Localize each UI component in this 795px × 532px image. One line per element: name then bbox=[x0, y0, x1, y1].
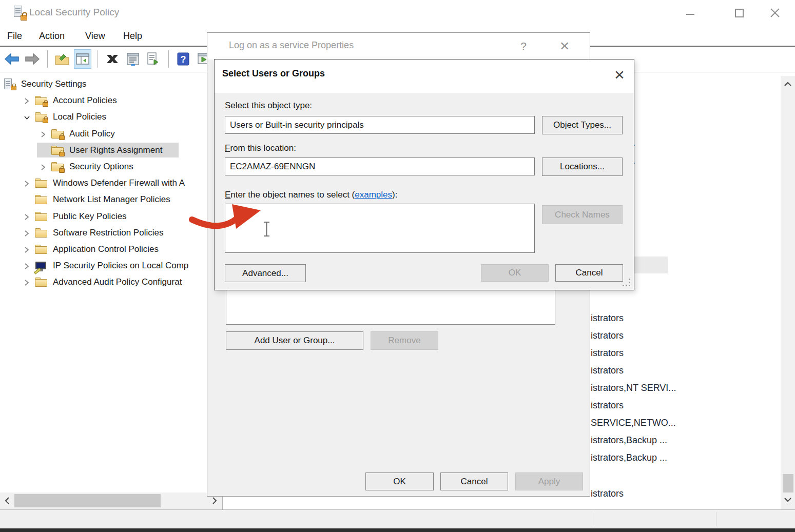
list-item[interactable]: istrators bbox=[591, 363, 624, 378]
tree-item-security-options[interactable]: Security Options bbox=[0, 159, 222, 175]
tree-item-advanced-audit-policy-configurat[interactable]: Advanced Audit Policy Configurat bbox=[0, 274, 222, 290]
tree-item-label: IP Security Policies on Local Comp bbox=[53, 261, 188, 271]
tree-item-label: Public Key Policies bbox=[53, 211, 127, 222]
close-icon[interactable]: × bbox=[555, 35, 574, 56]
scroll-down-icon[interactable] bbox=[782, 494, 794, 506]
list-item[interactable]: istrators bbox=[591, 346, 624, 360]
help-icon[interactable]: ? bbox=[174, 49, 192, 69]
tree-item-label: Local Policies bbox=[53, 112, 106, 122]
object-type-field[interactable]: Users or Built-in security principals bbox=[225, 116, 535, 134]
object-names-label: Enter the object names to select (exampl… bbox=[225, 190, 397, 200]
chevron-right-icon[interactable] bbox=[24, 213, 31, 220]
select-ok-button: OK bbox=[481, 264, 549, 282]
properties-dialog-titlebar: Log on as a service Properties ? × bbox=[207, 33, 590, 60]
chevron-down-icon[interactable] bbox=[24, 113, 31, 121]
tree-item-label: Security Settings bbox=[21, 79, 87, 89]
titlebar: Local Security Policy bbox=[0, 0, 795, 26]
properties-cancel-button[interactable]: Cancel bbox=[440, 472, 508, 490]
tree-item-application-control-policies[interactable]: Application Control Policies bbox=[0, 241, 222, 258]
policy-folder-icon bbox=[51, 145, 65, 156]
tree-item-security-settings[interactable]: Security Settings bbox=[0, 76, 222, 92]
list-item[interactable]: istrators bbox=[591, 328, 624, 343]
folder-icon bbox=[35, 277, 48, 288]
export-folder-icon[interactable] bbox=[53, 49, 71, 69]
advanced-button[interactable]: Advanced... bbox=[225, 264, 306, 282]
tree-item-label: Software Restriction Policies bbox=[53, 228, 163, 238]
export-list-icon[interactable] bbox=[145, 49, 162, 69]
menu-help[interactable]: Help bbox=[123, 29, 142, 44]
tree-item-label: Account Policies bbox=[53, 95, 117, 106]
svg-text:?: ? bbox=[181, 54, 186, 65]
select-dialog-title: Select Users or Groups bbox=[222, 68, 325, 79]
properties-icon[interactable] bbox=[124, 49, 142, 69]
close-icon[interactable]: × bbox=[610, 64, 629, 85]
chevron-right-icon[interactable] bbox=[24, 279, 31, 286]
list-item[interactable]: istrators,NT SERVI... bbox=[591, 381, 676, 395]
vertical-scrollbar-thumb[interactable] bbox=[783, 474, 793, 492]
security-settings-icon bbox=[3, 78, 16, 90]
from-location-field[interactable]: EC2AMAZ-69ENNGN bbox=[225, 157, 535, 175]
tree-item-user-rights-assignment[interactable]: User Rights Assignment bbox=[0, 142, 222, 159]
examples-link[interactable]: examples bbox=[355, 190, 392, 200]
console-tree-icon[interactable] bbox=[74, 49, 91, 69]
tree-item-label: Advanced Audit Policy Configurat bbox=[53, 277, 182, 287]
properties-dialog-title: Log on as a service Properties bbox=[229, 40, 354, 51]
window-title: Local Security Policy bbox=[29, 7, 119, 18]
list-item[interactable]: istrators bbox=[591, 486, 624, 501]
add-user-or-group-button[interactable]: Add User or Group... bbox=[226, 331, 363, 350]
properties-ok-button[interactable]: OK bbox=[365, 472, 434, 490]
folder-icon bbox=[35, 194, 48, 205]
status-bar-divider bbox=[593, 512, 593, 526]
back-icon[interactable] bbox=[3, 49, 21, 69]
menu-action[interactable]: Action bbox=[39, 29, 65, 44]
bottom-edge-strip bbox=[0, 528, 795, 532]
maximize-button[interactable] bbox=[731, 5, 747, 21]
vertical-scrollbar[interactable] bbox=[781, 76, 795, 509]
chevron-right-icon[interactable] bbox=[40, 163, 47, 170]
object-types-button[interactable]: Object Types... bbox=[542, 116, 623, 134]
select-cancel-button[interactable]: Cancel bbox=[555, 264, 623, 282]
object-names-input[interactable] bbox=[225, 204, 535, 253]
close-button[interactable] bbox=[767, 5, 783, 21]
chevron-right-icon[interactable] bbox=[24, 97, 31, 104]
tree-item-local-policies[interactable]: Local Policies bbox=[0, 109, 222, 125]
tree-item-label: Audit Policy bbox=[69, 129, 115, 139]
tree-item-software-restriction-policies[interactable]: Software Restriction Policies bbox=[0, 225, 222, 241]
resize-grip[interactable] bbox=[623, 279, 632, 288]
list-item[interactable]: SERVICE,NETWO... bbox=[591, 416, 676, 430]
chevron-right-icon[interactable] bbox=[24, 229, 31, 237]
menu-view[interactable]: View bbox=[85, 29, 105, 44]
chevron-right-icon[interactable] bbox=[24, 180, 31, 187]
tree-item-label: User Rights Assignment bbox=[69, 145, 162, 155]
list-item[interactable]: istrators,Backup ... bbox=[591, 450, 667, 465]
tree-item-audit-policy[interactable]: Audit Policy bbox=[0, 126, 222, 142]
tree-item-public-key-policies[interactable]: Public Key Policies bbox=[0, 208, 222, 225]
scroll-up-icon[interactable] bbox=[782, 78, 794, 90]
menu-file[interactable]: File bbox=[7, 29, 22, 44]
chevron-right-icon[interactable] bbox=[24, 246, 31, 253]
minimize-button[interactable] bbox=[683, 5, 698, 21]
check-names-button: Check Names bbox=[542, 205, 623, 224]
tree-item-network-list-manager-policies[interactable]: Network List Manager Policies bbox=[0, 191, 222, 208]
help-icon[interactable]: ? bbox=[515, 38, 532, 54]
from-location-label: From this location: bbox=[225, 143, 296, 153]
assigned-users-listbox[interactable] bbox=[226, 285, 555, 325]
folder-icon bbox=[35, 244, 48, 255]
remove-button: Remove bbox=[371, 331, 438, 350]
tree-item-account-policies[interactable]: Account Policies bbox=[0, 92, 222, 109]
chevron-placeholder bbox=[24, 196, 31, 203]
tree-item-windows-defender-firewall-with-a[interactable]: Windows Defender Firewall with A bbox=[0, 175, 222, 191]
chevron-right-icon[interactable] bbox=[24, 262, 31, 269]
list-item[interactable]: istrators,Backup ... bbox=[591, 433, 667, 447]
delete-icon[interactable] bbox=[104, 49, 121, 69]
horizontal-scrollbar-thumb[interactable] bbox=[14, 494, 161, 507]
list-item[interactable]: istrators bbox=[591, 398, 624, 412]
tree-item-ip-security-policies-on-local-comp[interactable]: IP Security Policies on Local Comp bbox=[0, 258, 222, 274]
forward-icon[interactable] bbox=[24, 49, 41, 69]
list-item[interactable]: istrators bbox=[591, 311, 624, 325]
policy-folder-icon bbox=[35, 95, 48, 106]
policy-folder-icon bbox=[51, 128, 65, 140]
scroll-left-icon[interactable] bbox=[1, 495, 13, 507]
locations-button[interactable]: Locations... bbox=[542, 157, 623, 176]
chevron-right-icon[interactable] bbox=[40, 130, 47, 137]
